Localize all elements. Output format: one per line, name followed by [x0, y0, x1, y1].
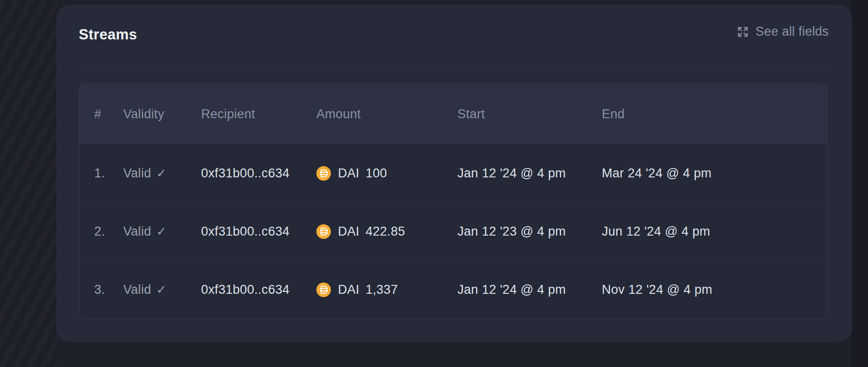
dai-token-icon — [316, 166, 331, 181]
start-date: Jan 12 '24 @ 4 pm — [457, 166, 602, 181]
amount-cell: DAI 422.85 — [316, 224, 457, 239]
end-date: Jun 12 '24 @ 4 pm — [602, 224, 827, 239]
validity-cell: Valid ✓ — [123, 283, 201, 297]
title-divider — [79, 68, 828, 68]
validity-cell: Valid ✓ — [123, 224, 201, 239]
see-all-fields-label: See all fields — [756, 24, 829, 39]
start-date: Jan 12 '24 @ 4 pm — [457, 283, 602, 297]
table-row: 1. Valid ✓ 0xf31b00..c634 DAI 100 Jan 12… — [79, 144, 827, 202]
table-header-row: # Validity Recipient Amount Start End — [79, 84, 827, 144]
row-index: 1. — [79, 166, 123, 181]
streams-card: Streams See all fields # Validity Recipi… — [56, 5, 852, 342]
checkmark-icon: ✓ — [157, 166, 167, 181]
background-right-shade — [851, 0, 868, 367]
column-header-end: End — [602, 107, 827, 122]
validity-label: Valid — [123, 224, 151, 239]
background-texture — [0, 0, 58, 367]
token-symbol: DAI — [338, 224, 359, 239]
token-symbol: DAI — [338, 166, 359, 181]
amount-cell: DAI 1,337 — [316, 283, 457, 297]
validity-label: Valid — [123, 283, 151, 297]
column-header-start: Start — [457, 107, 602, 122]
row-index: 3. — [79, 283, 123, 297]
table-row: 3. Valid ✓ 0xf31b00..c634 DAI 1,337 Jan … — [79, 260, 827, 319]
recipient-address: 0xf31b00..c634 — [201, 224, 316, 239]
amount-cell: DAI 100 — [316, 166, 457, 181]
checkmark-icon: ✓ — [157, 283, 167, 297]
column-header-validity: Validity — [123, 107, 201, 122]
dai-token-icon — [316, 224, 331, 239]
page-title: Streams — [79, 26, 137, 43]
token-amount: 100 — [366, 166, 387, 181]
token-amount: 1,337 — [366, 283, 398, 297]
expand-arrows-icon — [736, 25, 749, 38]
dai-token-icon — [316, 283, 331, 297]
end-date: Nov 12 '24 @ 4 pm — [602, 283, 827, 297]
row-index: 2. — [79, 224, 123, 239]
recipient-address: 0xf31b00..c634 — [201, 166, 316, 181]
token-amount: 422.85 — [366, 224, 405, 239]
column-header-recipient: Recipient — [201, 107, 316, 122]
column-header-amount: Amount — [316, 107, 457, 122]
checkmark-icon: ✓ — [157, 224, 167, 239]
validity-label: Valid — [123, 166, 151, 181]
end-date: Mar 24 '24 @ 4 pm — [602, 166, 827, 181]
start-date: Jan 12 '23 @ 4 pm — [457, 224, 602, 239]
streams-table: # Validity Recipient Amount Start End 1.… — [79, 84, 828, 319]
token-symbol: DAI — [338, 283, 359, 297]
table-row: 2. Valid ✓ 0xf31b00..c634 DAI 422.85 Jan… — [79, 202, 827, 260]
recipient-address: 0xf31b00..c634 — [201, 283, 316, 297]
column-header-number: # — [79, 107, 123, 122]
validity-cell: Valid ✓ — [123, 166, 201, 181]
see-all-fields-button[interactable]: See all fields — [736, 24, 829, 39]
